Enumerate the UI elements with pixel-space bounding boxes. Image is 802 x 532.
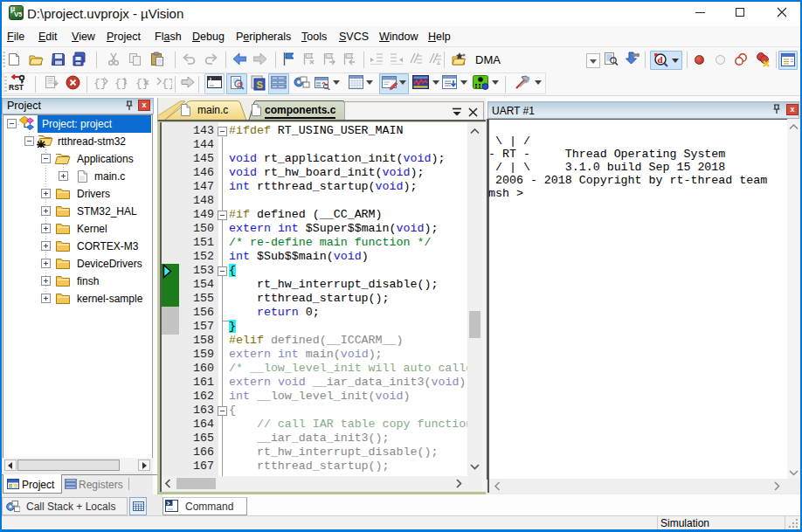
svg-text:{}: {} xyxy=(114,77,128,89)
svg-text:{}: {} xyxy=(162,77,172,89)
svg-text:d: d xyxy=(658,54,663,65)
svg-text:S: S xyxy=(257,79,263,90)
svg-text:RST: RST xyxy=(9,83,24,92)
svg-text:@: @ xyxy=(237,81,243,87)
